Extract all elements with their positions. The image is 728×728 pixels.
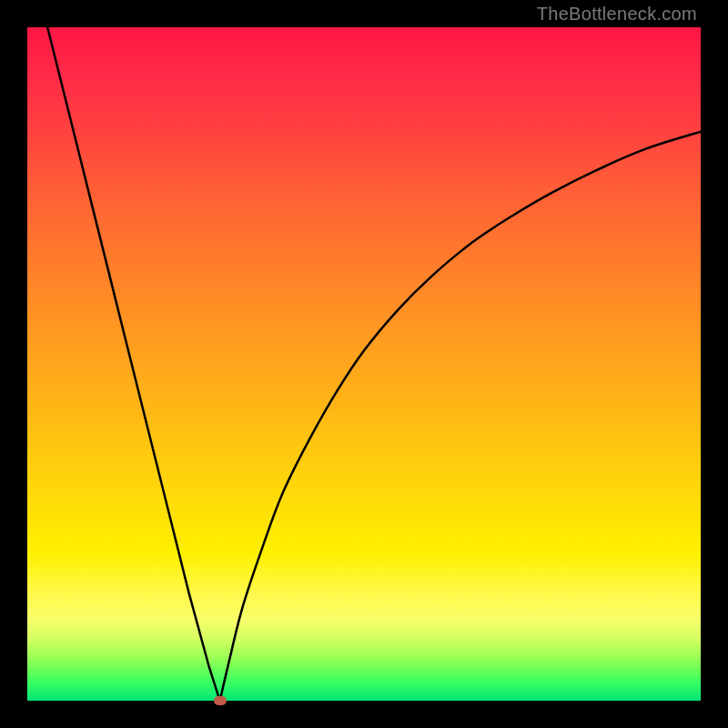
chart-outer-frame: TheBottleneck.com (0, 0, 728, 728)
chart-plot-area (27, 27, 701, 701)
watermark-text: TheBottleneck.com (537, 4, 697, 25)
minimum-marker (214, 696, 227, 705)
bottleneck-curve (27, 27, 701, 701)
